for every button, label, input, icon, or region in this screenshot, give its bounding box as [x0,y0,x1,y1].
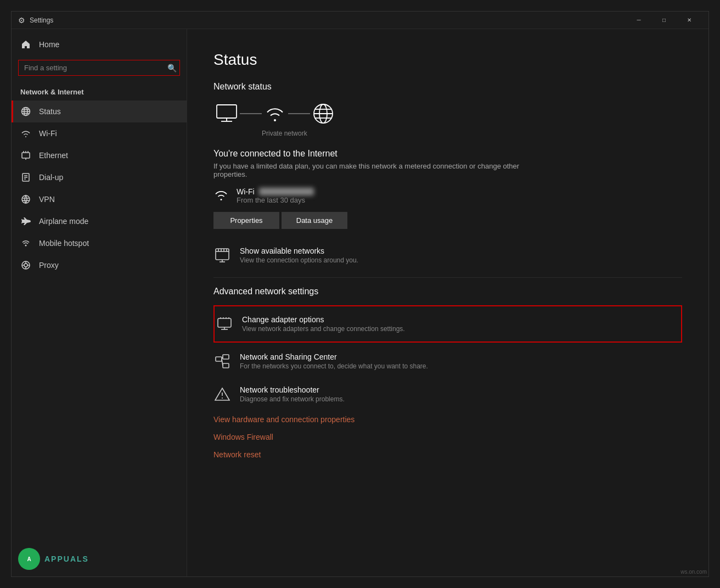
airplane-icon [20,216,31,227]
svg-rect-51 [223,355,229,359]
sidebar-item-vpn[interactable]: VPN [12,188,187,210]
hardware-props-link[interactable]: View hardware and connection properties [213,411,682,428]
sharing-center-item[interactable]: Network and Sharing Center For the netwo… [213,345,682,378]
show-networks-item[interactable]: Show available networks View the connect… [213,242,682,268]
appuals-text: APPUALS [44,555,89,563]
window-controls: ─ □ ✕ [626,12,702,29]
action-buttons: Properties Data usage [213,212,682,229]
app-body: Home 🔍 Network & Internet [12,29,708,576]
sharing-title: Network and Sharing Center [240,352,428,361]
networks-icon [213,247,231,264]
proxy-label: Proxy [39,261,59,270]
maximize-button[interactable]: □ [651,12,677,29]
firewall-link[interactable]: Windows Firewall [213,428,682,446]
svg-rect-25 [217,105,237,118]
wifi-icon [20,128,31,139]
change-adapter-title: Change adapter options [242,315,405,324]
sidebar-item-hotspot[interactable]: Mobile hotspot [12,232,187,254]
svg-rect-6 [22,153,30,158]
appuals-area: A APPUALS [12,541,187,576]
dialup-icon [20,172,31,183]
hotspot-label: Mobile hotspot [39,239,89,248]
sidebar-item-status[interactable]: Status [12,100,187,122]
sidebar-item-ethernet[interactable]: Ethernet [12,144,187,166]
show-networks-text: Show available networks View the connect… [240,247,358,264]
change-adapter-sub: View network adapters and change connect… [242,325,405,333]
wifi-info: Wi-Fi From the last 30 days [213,187,682,204]
data-usage-button[interactable]: Data usage [282,212,347,229]
show-networks-sub: View the connection options around you. [240,256,358,264]
svg-point-28 [274,119,276,121]
sidebar-section-title: Network & Internet [12,80,187,100]
properties-button[interactable]: Properties [213,212,279,229]
troubleshooter-sub: Diagnose and fix network problems. [240,395,345,403]
page-title: Status [213,51,682,69]
titlebar: ⚙ Settings ─ □ ✕ [12,12,708,29]
sidebar-item-airplane[interactable]: Airplane mode [12,210,187,232]
search-input[interactable] [18,60,180,76]
settings-icon: ⚙ [18,16,25,25]
internet-globe-icon [310,100,336,127]
home-nav-item[interactable]: Home [12,33,187,55]
troubleshooter-item[interactable]: Network troubleshooter Diagnose and fix … [213,378,682,411]
network-diagram [213,100,682,127]
advanced-title: Advanced network settings [213,287,682,296]
status-label: Status [39,107,61,116]
globe-icon [20,106,31,117]
sidebar-item-wifi[interactable]: Wi-Fi [12,122,187,144]
wifi-detail: Wi-Fi From the last 30 days [237,187,314,204]
wifi-name-blurred [259,188,314,195]
network-visual-container: Private network [213,100,682,138]
network-label-container: Private network [262,128,682,138]
home-label: Home [39,40,59,49]
connected-sub: If you have a limited data plan, you can… [213,162,521,178]
show-networks-row[interactable]: Show available networks View the connect… [213,242,682,268]
svg-rect-50 [216,357,222,361]
line2 [288,113,310,114]
divider [213,277,682,278]
hotspot-icon [20,238,31,249]
sidebar: Home 🔍 Network & Internet [12,29,187,576]
show-networks-title: Show available networks [240,247,358,255]
appuals-logo: A [18,548,40,570]
wifi-prefix: Wi-Fi [237,187,255,196]
proxy-icon [20,260,31,271]
wifi-name-row: Wi-Fi [237,187,314,196]
close-button[interactable]: ✕ [677,12,702,29]
warning-icon [213,385,231,403]
change-adapter-highlighted: Change adapter options View network adap… [213,305,682,343]
svg-point-34 [221,199,222,200]
svg-rect-43 [218,318,231,327]
sharing-icon [213,352,231,370]
vpn-icon [20,194,31,205]
ethernet-label: Ethernet [39,151,68,160]
network-label: Private network [262,130,307,137]
airplane-label: Airplane mode [39,217,88,226]
line1 [240,113,262,114]
svg-line-54 [222,359,223,366]
svg-point-5 [25,136,26,137]
sidebar-item-dialup[interactable]: Dial-up [12,166,187,188]
connected-status: You're connected to the Internet If you … [213,149,682,229]
svg-point-15 [22,195,30,203]
adapter-icon [216,315,233,333]
change-adapter-item[interactable]: Change adapter options View network adap… [216,307,680,340]
svg-point-56 [222,397,223,399]
sharing-text: Network and Sharing Center For the netwo… [240,352,428,370]
wifi-label: Wi-Fi [39,129,57,138]
vpn-label: VPN [39,195,55,204]
connected-title: You're connected to the Internet [213,149,682,159]
troubleshooter-text: Network troubleshooter Diagnose and fix … [240,385,345,403]
minimize-button[interactable]: ─ [626,12,651,29]
home-icon [20,39,31,50]
search-box: 🔍 [18,60,180,76]
sharing-sub: For the networks you connect to, decide … [240,362,428,370]
network-reset-link[interactable]: Network reset [213,446,682,463]
dialup-label: Dial-up [39,173,63,182]
wifi-signal-small-icon [213,187,229,203]
troubleshooter-title: Network troubleshooter [240,385,345,394]
search-icon[interactable]: 🔍 [167,64,177,72]
wifi-signal-icon [262,100,288,127]
sidebar-item-proxy[interactable]: Proxy [12,254,187,276]
watermark: ws.on.com [680,569,707,575]
